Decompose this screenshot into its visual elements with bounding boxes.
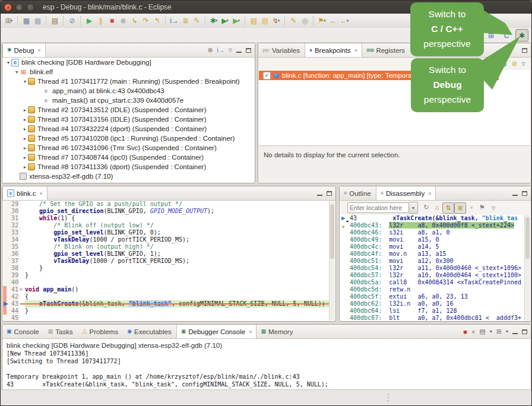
view-tab[interactable]: 1010 Registers × (362, 43, 410, 57)
open-project-folder-icon[interactable]: ▤▾ (249, 16, 259, 26)
disassembly-scrollbar[interactable] (524, 215, 530, 321)
forward-icon[interactable]: ←▾ (340, 16, 350, 26)
view-tab[interactable]: ▦ Memory × (256, 325, 297, 338)
step-into-icon[interactable]: ↳▾ (129, 16, 140, 26)
minimize-icon[interactable] (236, 47, 242, 53)
disassembly-listing[interactable]: ◆ 43 xTaskCreate(&blink_task, "blink_tas… (340, 215, 530, 321)
tree-expander-icon[interactable]: ▾ (5, 60, 11, 65)
remove-all-terminated-icon[interactable]: ⊗ (207, 46, 213, 54)
view-tab[interactable]: ▣ Console × (2, 325, 44, 338)
open-console-icon[interactable]: ⊞ (496, 328, 502, 335)
suspend-icon[interactable]: ∥▾ (96, 16, 106, 26)
save-icon[interactable]: ▦▾ (21, 16, 31, 26)
debug-tree-row[interactable]: ▸Thread #3 1073413156 (IDLE) (Suspended … (3, 115, 254, 124)
scrollbar-thumb[interactable] (525, 217, 530, 259)
view-tab[interactable]: ▣ Debugger Console × (176, 325, 257, 338)
terminate-icon[interactable]: ■▾ (107, 16, 117, 26)
fold-marker-icon[interactable] (20, 265, 25, 272)
scrollbar-thumb[interactable] (330, 204, 334, 259)
tab-close-icon[interactable]: × (40, 191, 43, 196)
tree-expander-icon[interactable]: ▸ (22, 117, 28, 122)
view-menu-icon[interactable]: ▽ (229, 47, 232, 53)
open-perspective-icon[interactable]: ⊞ (484, 29, 498, 42)
tree-expander-icon[interactable]: ▸ (22, 164, 28, 170)
skip-all-breakpoints-icon[interactable]: ⊘ (512, 60, 517, 68)
fold-marker-icon[interactable] (20, 307, 25, 315)
toolbar-separator[interactable]: ▾ (165, 16, 166, 26)
dropdown-arrow-icon[interactable]: ▾ (226, 18, 229, 23)
terminate-icon[interactable]: ■ (463, 328, 467, 335)
dropdown-arrow-icon[interactable]: ▾ (238, 18, 240, 23)
fold-marker-icon[interactable] (20, 229, 25, 236)
dropdown-arrow-icon[interactable]: ▾ (506, 329, 508, 334)
disconnect-icon[interactable]: ⊗▾ (118, 16, 128, 26)
resume-icon[interactable]: ▶▾ (84, 16, 94, 26)
view-tab[interactable]: ● Breakpoints × (305, 43, 362, 57)
toolbar-separator[interactable]: ▾ (245, 16, 246, 26)
maximize-icon[interactable] (246, 48, 251, 53)
back-icon[interactable]: ←▾ (328, 16, 338, 26)
fold-marker-icon[interactable] (20, 243, 25, 250)
tab-close-icon[interactable]: × (354, 47, 357, 53)
editor-scrollbar[interactable] (329, 201, 335, 321)
fold-marker-icon[interactable] (20, 208, 25, 215)
fold-marker-icon[interactable] (20, 222, 25, 229)
fold-marker-icon[interactable] (20, 279, 25, 286)
view-menu-icon[interactable]: ▽ (522, 61, 525, 66)
minimize-icon[interactable] (317, 191, 322, 196)
debug-settings-icon[interactable]: ✎▾ (192, 16, 202, 26)
pin-editor-icon[interactable]: ⚑▾ (317, 16, 327, 26)
debug-tree-row[interactable]: ▸Thread #2 1073413512 (IDLE) (Suspended … (3, 105, 254, 115)
dropdown-arrow-icon[interactable]: ▾ (324, 18, 326, 23)
debug-tree-row[interactable]: ▾Thread #1 1073411772 (main : Running) (… (3, 77, 254, 86)
view-tab[interactable]: ⚠ Problems × (78, 325, 124, 338)
fold-marker-icon[interactable] (20, 201, 25, 208)
debug-icon[interactable]: ✱▾ (209, 16, 219, 26)
tree-expander-icon[interactable]: ▸ (22, 155, 28, 160)
last-edit-icon[interactable]: ✎▾ (289, 16, 299, 26)
instruction-stepping-mode-icon[interactable]: i→ (217, 47, 224, 53)
window-maximize-button[interactable] (27, 4, 34, 11)
home-icon[interactable]: ⌂ (432, 202, 442, 212)
tab-close-icon[interactable]: × (428, 191, 431, 196)
toolbar-separator[interactable]: ▾ (80, 16, 81, 26)
build-icon[interactable]: ▤▾ (50, 16, 60, 26)
debug-tree-row[interactable]: ▸Thread #7 1073408744 (ipc0) (Suspended … (3, 153, 254, 162)
debug-tree-row[interactable]: ≡main_task() at cpu_start.c:339 0x400d05… (3, 96, 254, 105)
step-return-icon[interactable]: ↰▾ (152, 16, 162, 26)
new-view-icon[interactable]: ▫ (466, 202, 477, 212)
toolbar-separator[interactable]: ▾ (284, 16, 286, 26)
maximize-icon[interactable] (522, 48, 527, 53)
tree-expander-icon[interactable]: ▸ (22, 107, 28, 113)
breakpoint-checkbox[interactable]: ✓ (263, 72, 271, 80)
dropdown-arrow-icon[interactable]: ▾ (216, 18, 218, 23)
sash-handle[interactable] (388, 394, 390, 403)
instruction-stepping-icon[interactable]: i→▾ (169, 16, 179, 26)
step-over-icon[interactable]: ↷▾ (141, 16, 151, 26)
tree-expander-icon[interactable]: ▾ (14, 69, 20, 75)
save-all-icon[interactable]: ▦▾ (33, 16, 43, 26)
tab-blink-c[interactable]: c blink.c × (2, 186, 48, 200)
tree-expander-icon[interactable]: ▸ (22, 145, 28, 151)
view-tab[interactable]: (x)= Variables × (258, 43, 305, 57)
location-dropdown-icon[interactable]: ▼ (409, 202, 418, 214)
tree-expander-icon[interactable]: ▾ (22, 79, 28, 84)
fold-marker-icon[interactable] (20, 315, 25, 322)
window-minimize-button[interactable]: – (15, 4, 23, 11)
view-tab[interactable]: ▥ Tasks × (44, 325, 78, 338)
tree-expander-icon[interactable]: ▸ (22, 126, 28, 132)
debug-tree-row[interactable]: ≡app_main() at blink.c:43 0x400dbc43 (3, 86, 254, 96)
skip-all-breakpoints-icon[interactable]: ⊘▾ (67, 16, 77, 26)
view-tab[interactable]: ≡ Outline × (340, 186, 376, 200)
debug-tree-row[interactable]: ▸Thread #4 1073432224 (dport) (Suspended… (3, 124, 254, 134)
debug-tree-row[interactable]: ▸Thread #8 1073411336 (dport) (Suspended… (3, 162, 254, 172)
dropdown-arrow-icon[interactable]: ▾ (278, 18, 280, 23)
dropdown-arrow-icon[interactable]: ▾ (11, 18, 13, 23)
view-menu-icon[interactable]: ▽ (492, 205, 495, 211)
show-supported-breakpoints-icon[interactable]: ◉ (501, 60, 507, 68)
maximize-icon[interactable] (327, 191, 332, 196)
tab-close-icon[interactable]: × (37, 47, 40, 53)
minimize-icon[interactable] (512, 329, 518, 334)
tab-close-icon[interactable]: × (249, 329, 252, 335)
minimize-icon[interactable] (512, 191, 518, 196)
